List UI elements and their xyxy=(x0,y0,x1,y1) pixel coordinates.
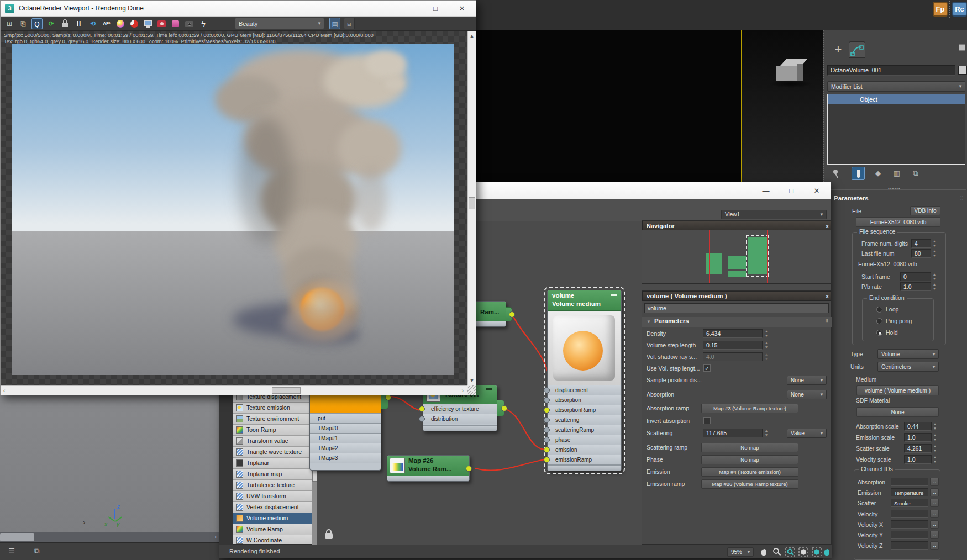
invabs-checkbox[interactable] xyxy=(703,417,711,424)
lock-icon[interactable] xyxy=(324,529,333,540)
configure-sets-icon[interactable]: ⧉ xyxy=(910,168,921,179)
modifier-list-dropdown[interactable]: Modifier List▼ xyxy=(827,81,965,92)
emission-ramp-pin[interactable] xyxy=(544,457,550,463)
viewport-hscrollbar[interactable]: › xyxy=(0,532,219,542)
render-hscrollbar[interactable]: ‹ › xyxy=(1,385,467,395)
absramp-button[interactable]: Map #3 (Volume Ramp texture) xyxy=(701,404,798,413)
frame-all-icon[interactable] xyxy=(798,547,808,557)
make-unique-icon[interactable]: ◆ xyxy=(873,168,884,179)
collapse-icon[interactable] xyxy=(486,388,492,390)
list-item[interactable]: UVW transform xyxy=(233,491,312,502)
resize-grip[interactable] xyxy=(467,385,476,395)
channel-velocity-x-field[interactable] xyxy=(891,520,928,529)
refresh-icon[interactable]: ⟲ xyxy=(87,18,98,29)
emission-scale-field[interactable]: 1.0 xyxy=(904,433,932,442)
volume-pin-row[interactable]: emission xyxy=(548,445,621,455)
octane-titlebar[interactable]: 3 OctaneRender Viewport - Rendering Done… xyxy=(1,1,476,17)
volume-pin-row[interactable]: absorption xyxy=(548,395,621,405)
distribution-pin[interactable] xyxy=(419,416,425,422)
layers-icon[interactable]: ⧉ xyxy=(31,546,43,556)
vstep-field[interactable]: 0.15 xyxy=(703,341,763,350)
map26-output-pin[interactable] xyxy=(466,466,472,472)
volume-pin-row[interactable]: phase xyxy=(548,435,621,445)
pause-icon[interactable]: II xyxy=(73,18,85,29)
pb-rate-spinner[interactable]: ▲▼ xyxy=(931,282,938,291)
tmap-row[interactable]: TMap#2 xyxy=(310,443,381,453)
properties-rollout-header[interactable]: ▼ Parameters ⠿ xyxy=(642,317,832,327)
efficiency-pin[interactable] xyxy=(419,406,425,412)
properties-titlebar[interactable]: volume ( Volume medium )x xyxy=(642,291,831,301)
desktop-icon-rc[interactable]: Rc xyxy=(952,2,967,17)
desktop-icon-fp[interactable]: Fp xyxy=(933,2,948,17)
maximize-icon[interactable]: □ xyxy=(785,186,797,196)
scatramp-button[interactable]: No map xyxy=(701,443,798,452)
viewport-expand-arrow[interactable]: › xyxy=(83,518,85,526)
radio-hold[interactable] xyxy=(876,330,882,336)
frame-digits-field[interactable]: 4 xyxy=(911,239,931,248)
map26-node[interactable]: Map #26 Volume Ram... xyxy=(387,455,470,482)
remove-modifier-icon[interactable]: ▥ xyxy=(891,168,902,179)
material-ball-icon[interactable] xyxy=(115,18,126,29)
texture-emission-input-row[interactable]: distribution xyxy=(423,414,497,424)
start-frame-field[interactable]: 0 xyxy=(900,272,931,281)
layout-icon[interactable]: ⊞ xyxy=(4,18,15,29)
autofocus-icon[interactable]: AF¹ xyxy=(101,18,112,29)
menu-icon[interactable]: ☰ xyxy=(6,546,18,556)
last-file-spinner[interactable]: ▲▼ xyxy=(931,249,938,258)
vstep-spinner[interactable]: ▲▼ xyxy=(763,341,770,350)
pan-icon[interactable] xyxy=(759,547,769,557)
close-icon[interactable]: x xyxy=(826,292,829,301)
channel-velocity-y-field[interactable] xyxy=(891,531,928,539)
close-icon[interactable]: ✕ xyxy=(455,4,469,14)
list-item[interactable]: Texture emission xyxy=(233,403,312,414)
render-window-button[interactable]: ⧈ xyxy=(344,18,355,29)
channel-velocity-y-browse[interactable]: .. xyxy=(930,531,939,539)
scatter-scale-field[interactable]: 4.261 xyxy=(904,444,932,453)
velocity-scale-field[interactable]: 1.0 xyxy=(904,455,932,464)
tmap-row[interactable]: TMap#0 xyxy=(310,424,381,434)
volume-pin-row[interactable]: emissionRamp xyxy=(548,455,621,465)
volume-pin-row[interactable]: absorptionRamp xyxy=(548,405,621,415)
close-icon[interactable]: ✕ xyxy=(811,186,823,196)
usevol-checkbox[interactable]: ✓ xyxy=(703,364,711,372)
tmap-row[interactable]: TMap#1 xyxy=(310,434,381,443)
absorption-scale-spinner[interactable]: ▲▼ xyxy=(932,422,938,431)
texture-emission-output-pin[interactable] xyxy=(501,405,507,411)
minimize-icon[interactable]: — xyxy=(760,186,772,196)
tab-modify[interactable] xyxy=(849,41,865,58)
film-box-icon[interactable] xyxy=(170,18,181,29)
phase-button[interactable]: No map xyxy=(701,455,798,464)
render-camera-icon[interactable] xyxy=(156,18,167,29)
object-name-field[interactable]: OctaneVolume_001 xyxy=(827,65,955,76)
list-item[interactable]: Triangle wave texture xyxy=(233,447,312,458)
vscroll-thumb[interactable] xyxy=(469,197,475,209)
emission-button[interactable]: Map #4 (Texture emission) xyxy=(701,467,798,477)
render-area[interactable]: Smp/px: 5000/5000. Samp/s: 0.000M. Time:… xyxy=(1,31,467,385)
lock-icon[interactable] xyxy=(60,18,71,29)
velocity-scale-spinner[interactable]: ▲▼ xyxy=(932,455,938,464)
map3-output-pin[interactable] xyxy=(509,311,515,318)
hscroll-thumb[interactable] xyxy=(272,387,301,394)
render-mode-dropdown[interactable]: Beauty▼ xyxy=(235,18,324,29)
channel-absorption-field[interactable] xyxy=(891,478,928,486)
absorption-pin[interactable] xyxy=(544,397,550,403)
scroll-left-icon[interactable]: ‹ xyxy=(3,387,6,394)
displacement-pin[interactable] xyxy=(544,387,550,393)
scroll-down-icon[interactable]: ▼ xyxy=(468,378,476,383)
channel-emission-field[interactable]: Temperature xyxy=(891,488,928,496)
scattering-mode-dropdown[interactable]: Value▼ xyxy=(787,429,827,438)
viewport-hscroll-thumb[interactable] xyxy=(0,533,34,541)
frame-selected-icon[interactable] xyxy=(812,547,822,557)
texture-emission-input-row[interactable]: efficiency or texture xyxy=(423,404,497,414)
radio-loop[interactable] xyxy=(876,307,882,313)
vshadow-spinner[interactable]: ▲▼ xyxy=(763,352,770,361)
collapse-icon[interactable] xyxy=(611,294,617,296)
vdb-file-button[interactable]: FumeFX512_0080.vdb xyxy=(856,217,940,227)
scattering-field[interactable]: 117.665 xyxy=(703,429,763,437)
navigator-minimap[interactable] xyxy=(642,230,831,283)
perspective-viewport[interactable]: › z x y › ☰ ⧉ xyxy=(0,395,219,560)
stack-item-object[interactable]: Object xyxy=(828,94,965,104)
camera-icon[interactable] xyxy=(184,18,195,29)
display-icon[interactable] xyxy=(143,18,154,29)
channel-scatter-browse[interactable]: .. xyxy=(930,499,939,507)
